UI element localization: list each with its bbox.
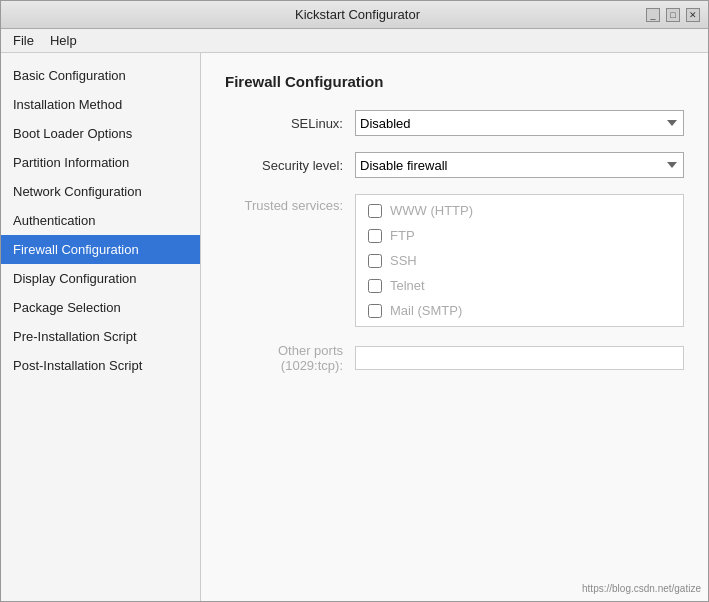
menu-help[interactable]: Help (42, 31, 85, 50)
selinux-select[interactable]: Disabled Enforcing Permissive (355, 110, 684, 136)
trusted-services-row: Trusted services: WWW (HTTP) FTP SSH (225, 194, 684, 327)
checkbox-ftp[interactable] (368, 229, 382, 243)
selinux-row: SELinux: Disabled Enforcing Permissive (225, 110, 684, 136)
other-ports-input[interactable] (355, 346, 684, 370)
sidebar-item-network-configuration[interactable]: Network Configuration (1, 177, 200, 206)
label-telnet: Telnet (390, 278, 425, 293)
main-content: Firewall Configuration SELinux: Disabled… (201, 53, 708, 601)
checkbox-mail-smtp[interactable] (368, 304, 382, 318)
label-mail-smtp: Mail (SMTP) (390, 303, 462, 318)
checkbox-telnet[interactable] (368, 279, 382, 293)
menu-bar: File Help (1, 29, 708, 53)
security-level-select[interactable]: Disable firewall Enable firewall No fire… (355, 152, 684, 178)
content-area: Basic Configuration Installation Method … (1, 53, 708, 601)
sidebar: Basic Configuration Installation Method … (1, 53, 201, 601)
selinux-label: SELinux: (225, 116, 355, 131)
security-level-row: Security level: Disable firewall Enable … (225, 152, 684, 178)
sidebar-item-display-configuration[interactable]: Display Configuration (1, 264, 200, 293)
trusted-services-container: WWW (HTTP) FTP SSH Telnet (355, 194, 684, 327)
window-controls: _ □ ✕ (646, 8, 700, 22)
other-ports-label: Other ports (1029:tcp): (225, 343, 355, 373)
close-button[interactable]: ✕ (686, 8, 700, 22)
sidebar-item-basic-configuration[interactable]: Basic Configuration (1, 61, 200, 90)
sidebar-item-firewall-configuration[interactable]: Firewall Configuration (1, 235, 200, 264)
checkbox-row-ftp: FTP (368, 228, 671, 243)
minimize-button[interactable]: _ (646, 8, 660, 22)
sidebar-item-boot-loader-options[interactable]: Boot Loader Options (1, 119, 200, 148)
checkbox-row-telnet: Telnet (368, 278, 671, 293)
checkbox-ssh[interactable] (368, 254, 382, 268)
security-level-label: Security level: (225, 158, 355, 173)
checkbox-row-mail: Mail (SMTP) (368, 303, 671, 318)
label-ssh: SSH (390, 253, 417, 268)
checkbox-row-ssh: SSH (368, 253, 671, 268)
sidebar-item-package-selection[interactable]: Package Selection (1, 293, 200, 322)
menu-file[interactable]: File (5, 31, 42, 50)
label-www-http: WWW (HTTP) (390, 203, 473, 218)
checkbox-www-http[interactable] (368, 204, 382, 218)
sidebar-item-authentication[interactable]: Authentication (1, 206, 200, 235)
label-ftp: FTP (390, 228, 415, 243)
sidebar-item-post-installation-script[interactable]: Post-Installation Script (1, 351, 200, 380)
other-ports-row: Other ports (1029:tcp): (225, 343, 684, 373)
maximize-button[interactable]: □ (666, 8, 680, 22)
watermark: https://blog.csdn.net/gatize (582, 583, 701, 594)
sidebar-item-installation-method[interactable]: Installation Method (1, 90, 200, 119)
window-title: Kickstart Configurator (69, 7, 646, 22)
checkbox-row-www: WWW (HTTP) (368, 203, 671, 218)
trusted-services-label: Trusted services: (225, 194, 355, 213)
sidebar-item-partition-information[interactable]: Partition Information (1, 148, 200, 177)
sidebar-item-pre-installation-script[interactable]: Pre-Installation Script (1, 322, 200, 351)
title-bar: Kickstart Configurator _ □ ✕ (1, 1, 708, 29)
section-title: Firewall Configuration (225, 73, 684, 90)
